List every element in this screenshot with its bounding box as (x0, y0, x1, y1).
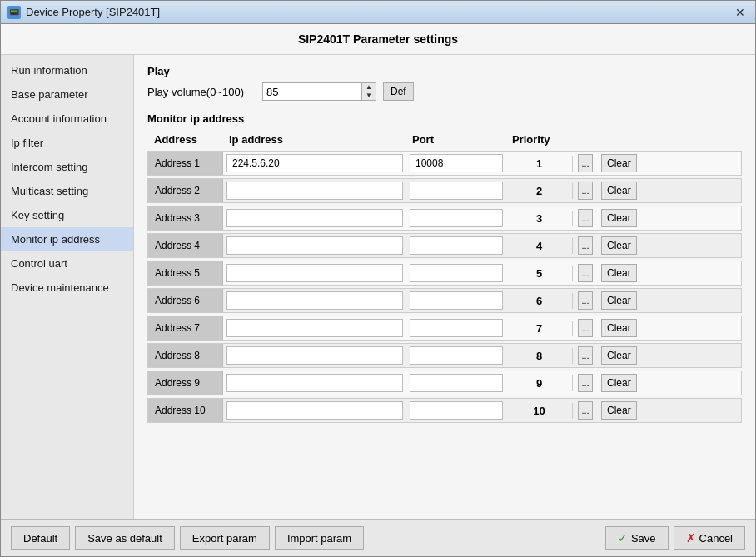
addr-dots-button-7[interactable]: ... (578, 319, 593, 337)
addr-port-input-4[interactable] (410, 236, 503, 255)
addr-label-9: Address 9 (148, 371, 223, 395)
address-row-7: Address 7 7 ... Clear (147, 316, 742, 341)
sidebar-item-monitor-ip-address[interactable]: Monitor ip address (1, 227, 133, 251)
play-section-title: Play (147, 65, 742, 77)
address-row-10: Address 10 10 ... Clear (147, 398, 742, 423)
addr-ip-input-1[interactable] (226, 154, 403, 172)
sidebar-item-device-maintenance[interactable]: Device maintenance (1, 276, 133, 300)
export-param-button[interactable]: Export param (180, 526, 270, 550)
play-volume-input[interactable] (262, 82, 362, 101)
row-clear-4: Clear (598, 235, 648, 256)
play-section: Play Play volume(0~100) ▲ ▼ Def (147, 65, 742, 101)
addr-clear-button-4[interactable]: Clear (601, 236, 637, 255)
sidebar-item-account-information[interactable]: Account information (1, 107, 133, 131)
save-as-default-button[interactable]: Save as default (75, 526, 175, 550)
addr-dots-button-1[interactable]: ... (578, 154, 593, 172)
cancel-button[interactable]: ✗ Cancel (674, 526, 745, 550)
address-row-9: Address 9 9 ... Clear (147, 371, 742, 395)
addr-port-input-5[interactable] (410, 264, 503, 282)
addr-port-input-1[interactable] (410, 154, 503, 172)
save-button[interactable]: ✓ Save (605, 526, 669, 550)
addr-clear-button-5[interactable]: Clear (601, 264, 637, 282)
addr-clear-button-9[interactable]: Clear (601, 374, 637, 392)
sidebar-item-run-information[interactable]: Run information (1, 58, 133, 82)
addr-ip-input-3[interactable] (226, 209, 403, 227)
sidebar-item-key-setting[interactable]: Key setting (1, 203, 133, 227)
row-clear-1: Clear (598, 152, 648, 174)
addr-priority-3: 3 (506, 211, 573, 226)
addr-dots-button-6[interactable]: ... (578, 291, 593, 310)
addr-ip-input-2[interactable] (226, 182, 403, 200)
addr-clear-button-2[interactable]: Clear (601, 182, 637, 200)
play-volume-label: Play volume(0~100) (147, 86, 256, 98)
addr-dots-button-3[interactable]: ... (578, 209, 593, 227)
addr-clear-button-8[interactable]: Clear (601, 346, 637, 365)
address-row-2: Address 2 2 ... Clear (147, 178, 742, 203)
sidebar-item-base-parameter[interactable]: Base parameter (1, 82, 133, 107)
addr-clear-button-7[interactable]: Clear (601, 319, 637, 337)
addr-port-input-3[interactable] (410, 209, 503, 227)
addr-clear-button-10[interactable]: Clear (601, 401, 637, 420)
import-param-button[interactable]: Import param (275, 526, 364, 550)
default-button[interactable]: Default (11, 526, 70, 550)
addr-dots-button-8[interactable]: ... (578, 346, 593, 365)
addr-dots-button-10[interactable]: ... (578, 401, 593, 420)
addr-ip-input-10[interactable] (226, 401, 403, 420)
addr-label-6: Address 6 (148, 289, 223, 312)
spin-up-button[interactable]: ▲ (362, 83, 376, 92)
addr-priority-7: 7 (506, 321, 573, 336)
addr-ip-input-5[interactable] (226, 264, 403, 282)
sidebar-item-multicast-setting[interactable]: Multicast setting (1, 179, 133, 203)
title-bar: 📟 Device Property [SIP2401T] ✕ (1, 1, 755, 24)
row-clear-2: Clear (598, 180, 648, 201)
addr-ip-input-7[interactable] (226, 319, 403, 337)
addr-dots-button-4[interactable]: ... (578, 236, 593, 255)
addr-priority-2: 2 (506, 183, 573, 199)
addr-ip-input-6[interactable] (226, 291, 403, 310)
row-clear-10: Clear (598, 400, 648, 421)
close-button[interactable]: ✕ (732, 4, 749, 21)
addr-priority-6: 6 (506, 293, 573, 309)
addr-ip-input-4[interactable] (226, 236, 403, 255)
content-area: Run informationBase parameterAccount inf… (1, 55, 755, 519)
row-actions-8: ... (573, 345, 598, 366)
address-row-6: Address 6 6 ... Clear (147, 288, 742, 313)
addr-port-input-8[interactable] (410, 346, 503, 365)
addr-dots-button-9[interactable]: ... (578, 374, 593, 392)
addr-priority-9: 9 (506, 375, 573, 391)
addr-dots-button-2[interactable]: ... (578, 182, 593, 200)
addr-priority-8: 8 (506, 348, 573, 364)
addr-ip-input-9[interactable] (226, 374, 403, 392)
cancel-label: Cancel (699, 532, 733, 545)
col-header-address: Address (151, 132, 226, 147)
addr-label-5: Address 5 (148, 261, 223, 285)
row-actions-10: ... (573, 400, 598, 421)
addr-clear-button-1[interactable]: Clear (601, 154, 637, 172)
addr-clear-button-3[interactable]: Clear (601, 209, 637, 227)
addr-label-7: Address 7 (148, 316, 223, 340)
save-icon: ✓ (618, 531, 628, 545)
title-bar-left: 📟 Device Property [SIP2401T] (7, 6, 160, 19)
addr-clear-button-6[interactable]: Clear (601, 291, 637, 310)
addr-port-input-9[interactable] (410, 374, 503, 392)
dialog-header: SIP2401T Parameter settings (1, 24, 755, 55)
addr-port-input-6[interactable] (410, 291, 503, 310)
addr-priority-1: 1 (506, 156, 573, 172)
addr-priority-10: 10 (506, 403, 573, 419)
save-label: Save (631, 532, 656, 545)
address-row-4: Address 4 4 ... Clear (147, 233, 742, 258)
addr-port-input-2[interactable] (410, 182, 503, 200)
address-row-8: Address 8 8 ... Clear (147, 343, 742, 368)
sidebar-item-control-uart[interactable]: Control uart (1, 251, 133, 276)
sidebar-item-ip-filter[interactable]: Ip filter (1, 131, 133, 155)
col-header-actions (575, 132, 600, 147)
addr-port-input-7[interactable] (410, 319, 503, 337)
addr-dots-button-5[interactable]: ... (578, 264, 593, 282)
row-actions-7: ... (573, 317, 598, 339)
spin-down-button[interactable]: ▼ (362, 92, 376, 100)
sidebar-item-intercom-setting[interactable]: Intercom setting (1, 155, 133, 179)
def-button[interactable]: Def (383, 82, 414, 101)
row-actions-4: ... (573, 235, 598, 256)
addr-port-input-10[interactable] (410, 401, 503, 420)
addr-ip-input-8[interactable] (226, 346, 403, 365)
